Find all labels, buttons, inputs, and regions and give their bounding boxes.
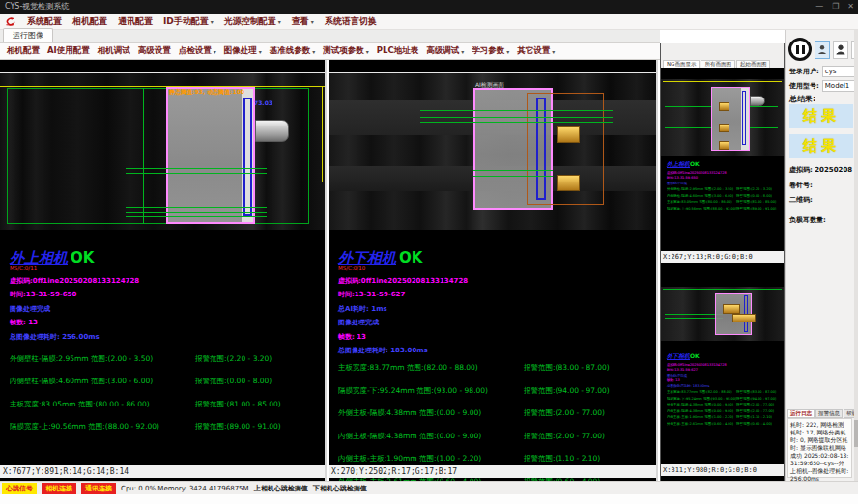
center-process-done: 图像处理完成 [338, 318, 654, 327]
menu-item-view[interactable]: 查看▾ [292, 15, 314, 28]
upper-camera-heartbeat: 上相机心跳检测值 [254, 484, 308, 493]
scrollbar-thumb[interactable] [854, 420, 858, 447]
user-manage-button[interactable] [833, 41, 848, 59]
left-total-time: 总图像处理耗时: 256.00ms [10, 332, 323, 342]
thumbnail-bottom-image[interactable]: 外下相机OK 虚拟码:0ff1ine20250208133134728 时间:1… [661, 264, 784, 464]
chevron-down-icon: ▾ [312, 48, 315, 55]
thumb-tab-start-views[interactable]: 起始画面图 [736, 60, 771, 68]
measurement-row: 主板宽度:83.77mm 范围:(82.00 - 88.00)报警范围:(83.… [338, 363, 654, 373]
toolbar-spot-check[interactable]: 点检设置▾ [179, 45, 216, 57]
toolbar-other-settings[interactable]: 其它设置▾ [517, 45, 555, 57]
center-cursor-coordinates: X:270;Y:2502;R:17;G:17;B:17 [329, 465, 656, 478]
left-virtual-code: 虚拟码:0ff1ine20250208133124728 [10, 276, 323, 286]
center-virtual-code: 虚拟码:0ff1ine20250208133134728 [338, 276, 654, 286]
result-box-2: 结果 [789, 134, 853, 158]
log-tabs: 运行日志 报警信息 帮助信息 [787, 409, 854, 418]
left-camera-image[interactable]: 静态阈值:93, 动态阈值:100 73.03 [0, 72, 325, 230]
toolbar-camera-config[interactable]: 相机配置 [7, 45, 40, 57]
chevron-down-icon: ▾ [211, 18, 214, 25]
lower-camera-heartbeat: 下相机心跳检测值 [313, 484, 367, 493]
neg-tab-count-label: 负极耳数量: [789, 215, 826, 225]
toolbar-test-params[interactable]: 测试项参数▾ [323, 45, 369, 57]
minimize-button[interactable]: — [815, 0, 823, 14]
toolbar-advanced-debug[interactable]: 高级调试▾ [426, 45, 464, 57]
toolbar-plc-address-table[interactable]: PLC地址表 [377, 45, 418, 57]
virtual-code-line: 虚拟码: 20250208 [789, 165, 852, 175]
left-cursor-coordinates: X:7677;Y:891;R:14;G:14;B:14 [0, 465, 325, 478]
menu-item-language-switch[interactable]: 系统语言切换 [325, 15, 377, 28]
measurement-row: 内侧主板-主板:1.90mm 范围:(1.00 - 2.20)报警范围:(1.1… [338, 454, 654, 463]
login-user-row: 登录用户: cys [789, 66, 855, 77]
left-process-done: 图像处理完成 [10, 304, 323, 314]
measurement-row: 外侧壁柱-隔膜:2.95mm 范围:(2.00 - 3.50)报警范围:(2.2… [10, 354, 323, 364]
thumb-tab-ng-display[interactable]: NG画面显示 [663, 60, 700, 68]
menu-item-light-control[interactable]: 光源控制配置▾ [224, 15, 281, 28]
center-gold-tab [557, 175, 580, 191]
total-result-label: 总结果: [789, 94, 815, 104]
panel-scrollbar[interactable] [854, 30, 858, 481]
left-result-block: 外上相机OK MS/C:0/11 虚拟码:0ff1ine202502081331… [10, 249, 323, 445]
left-measurements: 外侧壁柱-隔膜:2.95mm 范围:(2.00 - 3.50)报警范围:(2.2… [10, 354, 323, 433]
chevron-down-icon: ▾ [366, 48, 369, 55]
thumb-top-coordinates: X:267;Y:13;R:0;G:0;B:0 [661, 251, 784, 263]
left-camera-view[interactable]: 静态阈值:93, 动态阈值:100 73.03 外上相机OK MS/C:0/11… [0, 60, 327, 481]
result-box-1: 结果 [789, 104, 853, 128]
model-field[interactable]: Model1 [822, 80, 855, 92]
center-measure-box [536, 98, 546, 200]
chevron-down-icon: ▾ [506, 48, 509, 55]
view-tab-row: 运行图像 [0, 30, 660, 43]
log-tab-run[interactable]: 运行日志 [787, 409, 815, 418]
log-tab-alarm[interactable]: 报警信息 [815, 409, 843, 418]
log-text[interactable]: 耗时: 222, 网络检测耗时: 17, 网络分类耗时: 0, 网络提取分区耗时… [787, 418, 852, 478]
measurement-row: 隔膜宽度-下:95.24mm 范围:(93.00 - 98.00)报警范围:(9… [338, 386, 654, 396]
tool-bar: 相机配置 AI使用配置 相机调试 高级设置 点检设置▾ 图像处理▾ 基准线参数▾… [0, 43, 660, 60]
login-user-field[interactable]: cys [822, 66, 855, 77]
menu-item-comm-config[interactable]: 通讯配置 [118, 15, 153, 28]
window-title: CYS-视觉检测系统 [5, 2, 69, 11]
center-time: 时间:13-31-59-627 [338, 290, 654, 299]
menu-item-id-manual-config[interactable]: ID手动配置▾ [163, 15, 214, 28]
login-user-button[interactable] [815, 41, 830, 59]
chevron-down-icon: ▾ [278, 18, 281, 25]
window-controls: — ❐ ✕ [815, 0, 854, 14]
toolbar-baseline-params[interactable]: 基准线参数▾ [270, 45, 316, 57]
right-control-panel: 登录用户: cys 使用型号: Model1 总结果: 结果 结果 虚拟码: 2… [785, 30, 858, 481]
status-bar: 心跳信号 相机连接 通讯连接 Cpu: 0.0% Memory: 3424.41… [0, 481, 858, 494]
left-threshold-overlay: 静态阈值:93, 动态阈值:100 [169, 88, 244, 97]
menu-item-camera-config[interactable]: 相机配置 [72, 15, 107, 28]
thumb-top-camera-title: 外上相机OK [667, 160, 782, 169]
pin-number-label: 卷针号: [789, 181, 813, 190]
menu-item-system-config[interactable]: 系统配置 [27, 15, 62, 28]
left-roi-frame [7, 88, 309, 224]
measurement-row: 隔膜宽度-上:90.56mm 范围:(88.00 - 92.00)报警范围:(8… [10, 422, 323, 432]
center-gold-tab [557, 126, 580, 143]
center-total-time: 总图像处理耗时: 183.00ms [338, 346, 654, 355]
thumbnail-top-image[interactable]: 外上相机OK 虚拟码:0ff1ine20250208133124728 时间:1… [661, 68, 784, 234]
maximize-button[interactable]: ❐ [832, 0, 839, 14]
qr-code-label: 二维码: [789, 195, 813, 205]
measurement-row: 主板宽度:83.05mm 范围:(80.00 - 86.00)报警范围:(81.… [10, 400, 323, 409]
heartbeat-badge: 心跳信号 [2, 483, 37, 494]
title-bar: CYS-视觉检测系统 [0, 0, 858, 14]
toolbar-camera-debug[interactable]: 相机调试 [98, 45, 130, 57]
window-bottom-edge [0, 494, 858, 504]
close-button[interactable]: ✕ [847, 0, 854, 14]
toolbar-ai-use-config[interactable]: AI使用配置 [47, 45, 90, 57]
thumb-bottom-coordinates: X:311;Y:980;R:0;G:0;B:0 [661, 464, 784, 476]
left-frame-count: 帧数: 13 [10, 318, 323, 327]
center-camera-view[interactable]: AI检测画面 外下相机OK MS/C:0/10 虚拟码:0ff1ine20250… [329, 60, 658, 481]
pause-button[interactable] [788, 38, 812, 61]
toolbar-image-processing[interactable]: 图像处理▾ [224, 45, 262, 57]
chevron-down-icon: ▾ [552, 48, 555, 55]
app-window: CYS-视觉检测系统 — ❐ ✕ 系统配置 相机配置 通讯配置 ID手动配置▾ … [0, 0, 858, 504]
thumb-bottom-camera-title: 外下相机OK [667, 352, 782, 361]
thumb-tab-all-views[interactable]: 所有画面图 [701, 60, 735, 68]
toolbar-learning-params[interactable]: 学习参数▾ [472, 45, 509, 57]
chevron-down-icon: ▾ [311, 18, 314, 25]
center-camera-image[interactable]: AI检测画面 [329, 72, 656, 230]
camera-connect-badge: 相机连接 [42, 483, 76, 494]
left-measure-box [243, 98, 252, 216]
left-time: 时间:13-31-59-650 [10, 290, 323, 299]
tab-run-image[interactable]: 运行图像 [3, 28, 53, 42]
toolbar-advanced-settings[interactable]: 高级设置 [138, 45, 171, 57]
